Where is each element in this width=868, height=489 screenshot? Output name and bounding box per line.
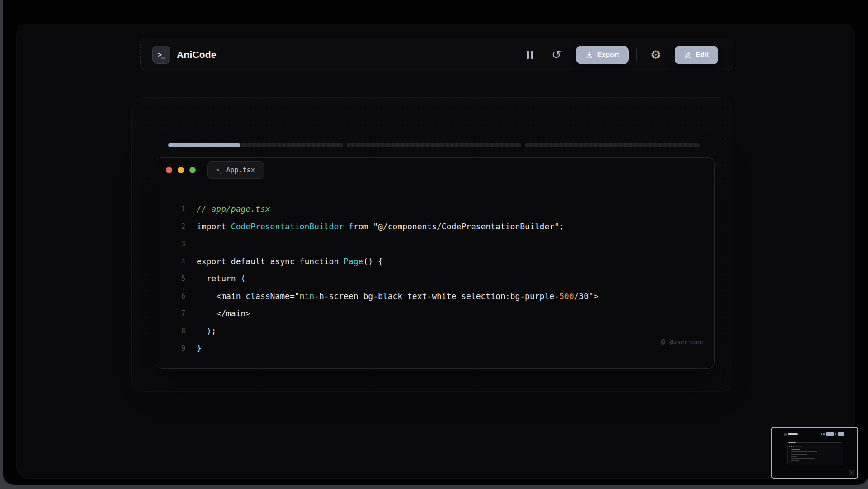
traffic-lights <box>166 167 196 173</box>
code-line: 1// app/page.tsx <box>156 200 714 218</box>
progress-fill <box>168 143 240 147</box>
at-sign-icon: @ <box>661 333 665 351</box>
line-number: 3 <box>156 235 185 253</box>
progress-segment[interactable] <box>168 143 343 147</box>
app-logo: >_ <box>152 46 170 64</box>
minimize-window-icon[interactable] <box>178 167 184 173</box>
line-number: 8 <box>156 323 185 340</box>
mini-header <box>784 432 844 436</box>
export-button-label: Export <box>597 51 619 59</box>
code-lines: 1// app/page.tsx2import CodePresentation… <box>156 200 714 357</box>
settings-button[interactable]: ⚙ <box>647 46 665 64</box>
pause-icon <box>527 51 533 59</box>
reset-button[interactable]: ↺ <box>548 46 565 64</box>
header-bar: >_ AniCode ↺ Export <box>140 38 732 71</box>
code-line: 5 return ( <box>156 270 714 288</box>
header-controls: ↺ Export ⚙ <box>522 46 718 64</box>
line-code: </main> <box>185 305 250 323</box>
line-code: import CodePresentationBuilder from "@/c… <box>185 218 564 236</box>
app-screen: >_ AniCode ↺ Export <box>3 0 868 485</box>
gear-icon: ⚙ <box>651 49 661 61</box>
progress-segment[interactable] <box>347 143 522 147</box>
line-code: } <box>185 340 202 357</box>
edit-button[interactable]: Edit <box>675 46 718 64</box>
watermark: @ @username <box>661 333 703 351</box>
line-code <box>185 235 202 253</box>
tab-label: App.tsx <box>226 166 255 174</box>
mini-progress <box>788 442 842 443</box>
terminal-icon: >_ <box>216 167 222 173</box>
brand: >_ AniCode <box>152 46 217 64</box>
code-window: >_ App.tsx 1// app/page.tsx2import CodeP… <box>156 157 715 369</box>
zoom-window-icon[interactable] <box>189 167 196 173</box>
line-number: 2 <box>156 218 185 236</box>
code-line: 2import CodePresentationBuilder from "@/… <box>156 218 714 236</box>
line-code: return ( <box>185 270 245 288</box>
line-code: // app/page.tsx <box>185 200 270 218</box>
code-line: 6 <main className="min-h-screen bg-black… <box>156 288 714 305</box>
edit-button-label: Edit <box>696 51 709 59</box>
line-number: 4 <box>156 253 185 271</box>
code-line: 9} <box>156 340 714 357</box>
header-divider <box>636 48 637 61</box>
presentation-stage: >_ App.tsx 1// app/page.tsx2import CodeP… <box>131 97 732 392</box>
export-button[interactable]: Export <box>576 46 629 64</box>
mini-code-window <box>787 444 843 465</box>
code-line: 4export default async function Page() { <box>156 253 714 271</box>
progress-bar[interactable] <box>168 143 700 147</box>
watermark-text: @username <box>669 333 703 351</box>
pause-button[interactable] <box>522 46 539 64</box>
line-code: ); <box>185 323 216 340</box>
mini-preview[interactable] <box>771 427 858 479</box>
line-number: 7 <box>156 305 185 323</box>
close-window-icon[interactable] <box>166 167 172 173</box>
progress-segment[interactable] <box>525 143 700 147</box>
line-code: <main className="min-h-screen bg-black t… <box>185 288 599 305</box>
pencil-icon <box>684 51 692 59</box>
terminal-icon: >_ <box>158 51 165 59</box>
code-line: 8 ); <box>156 323 714 340</box>
tab-app-tsx[interactable]: >_ App.tsx <box>207 161 264 179</box>
line-number: 6 <box>156 288 185 305</box>
app-title: AniCode <box>177 49 217 60</box>
line-number: 5 <box>156 270 185 288</box>
line-number: 9 <box>156 340 185 357</box>
code-line: 7 </main> <box>156 305 714 323</box>
line-number: 1 <box>156 200 185 218</box>
mini-preview-badge[interactable] <box>849 470 854 475</box>
code-line: 3 <box>156 235 714 253</box>
line-code: export default async function Page() { <box>185 253 383 271</box>
code-area: 1// app/page.tsx2import CodePresentation… <box>156 182 714 369</box>
window-titlebar: >_ App.tsx <box>156 158 714 182</box>
reset-icon: ↺ <box>552 49 561 61</box>
download-icon <box>585 51 593 59</box>
